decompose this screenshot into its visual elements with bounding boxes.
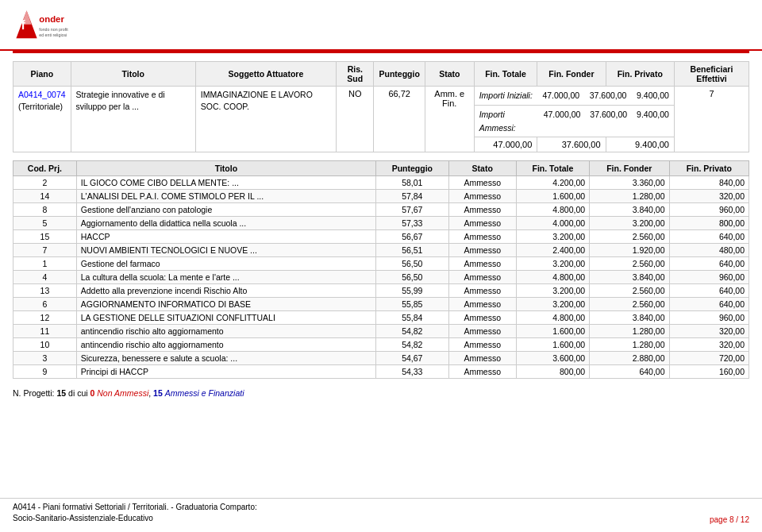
fonder-logo: onder fondo non profit ed enti religiosi… xyxy=(13,6,68,46)
footer-left: A0414 - Piani formativi Settoriali / Ter… xyxy=(13,502,257,524)
col-stato: Stato xyxy=(425,62,474,87)
row-punteggio: 57,33 xyxy=(375,217,448,230)
cod-prj: 3 xyxy=(13,352,77,365)
row-fin-privato: 840,00 xyxy=(669,176,749,190)
row-fin-totale: 4.800,00 xyxy=(516,203,589,217)
svg-text:ed enti religiosi: ed enti religiosi xyxy=(39,33,67,37)
ranking-table: Cod. Prj. Titolo Punteggio Stato Fin. To… xyxy=(13,160,749,379)
project-id: A0414_0074 xyxy=(18,90,66,99)
fin-privato-val: 9.400,00 xyxy=(606,137,674,152)
cod-prj: 8 xyxy=(13,203,77,217)
row-punteggio: 57,84 xyxy=(375,190,448,203)
row-fin-totale: 3.200,00 xyxy=(516,257,589,271)
table-row: 10antincendio rischio alto aggiornamento… xyxy=(13,338,749,352)
cod-prj: 4 xyxy=(13,271,77,284)
project-title-cell: Strategie innovative e di sviluppo per l… xyxy=(71,87,195,152)
row-titolo: antincendio rischio alto aggiornamento xyxy=(76,325,375,338)
row-titolo: Gestione dell'anziano con patologie xyxy=(76,203,375,217)
fin-totale-val: 47.000,00 xyxy=(474,137,537,152)
logo-area: onder fondo non profit ed enti religiosi… xyxy=(13,6,68,46)
row-titolo: AGGIORNAMENTO INFORMATICO DI BASE xyxy=(76,298,375,311)
row-titolo: Aggiornamento della didattica nella scuo… xyxy=(76,217,375,230)
importi-ammessi-privato: 9.400,00 xyxy=(637,108,669,135)
row-fin-fonder: 2.560,00 xyxy=(590,298,669,311)
row-fin-fonder: 3.200,00 xyxy=(590,217,669,230)
footer-page-num: page 8 / 12 xyxy=(710,515,749,524)
row-fin-fonder: 1.280,00 xyxy=(590,325,669,338)
footer-line2: Socio-Sanitario-Assistenziale-Educativo xyxy=(13,513,257,524)
svg-text:f: f xyxy=(21,18,26,32)
importi-iniziali-fonder: 37.600,00 xyxy=(590,89,627,102)
col-beneficiari: Beneficiari Effettivi xyxy=(674,62,749,87)
row-fin-totale: 3.200,00 xyxy=(516,230,589,244)
row-fin-totale: 3.600,00 xyxy=(516,352,589,365)
ammessi-count: 15 xyxy=(153,388,163,398)
row-titolo: Gestione del farmaco xyxy=(76,257,375,271)
row-fin-privato: 160,00 xyxy=(669,365,749,379)
row-punteggio: 54,33 xyxy=(375,365,448,379)
row-fin-totale: 4.200,00 xyxy=(516,176,589,190)
row-fin-fonder: 640,00 xyxy=(590,365,669,379)
row-titolo: Sicurezza, benessere e salute a scuola: … xyxy=(76,352,375,365)
row-fin-privato: 640,00 xyxy=(669,284,749,298)
row-fin-privato: 960,00 xyxy=(669,311,749,325)
ammessi-text: Ammessi e Finanziati xyxy=(165,388,244,398)
summary-section: Piano Titolo Soggetto Attuatore Ris. Sud… xyxy=(0,56,762,152)
row-titolo: La cultura della scuola: La mente e l'ar… xyxy=(76,271,375,284)
cod-prj: 15 xyxy=(13,230,77,244)
row-titolo: HACCP xyxy=(76,230,375,244)
summary-table: Piano Titolo Soggetto Attuatore Ris. Sud… xyxy=(13,61,749,152)
beneficiari-value: 7 xyxy=(709,89,714,98)
col-rissud: Ris. Sud xyxy=(337,62,374,87)
row-stato: Ammesso xyxy=(448,271,516,284)
cod-prj: 5 xyxy=(13,217,77,230)
col-piano: Piano xyxy=(13,62,71,87)
importi-ammessi-fonder: 37.600,00 xyxy=(590,108,627,135)
row-fin-fonder: 3.360,00 xyxy=(590,176,669,190)
rank-col-cod: Cod. Prj. xyxy=(13,161,77,176)
non-ammessi-count: 0 xyxy=(90,388,95,398)
table-row: 13Addetto alla prevenzione incendi Risch… xyxy=(13,284,749,298)
row-fin-privato: 320,00 xyxy=(669,338,749,352)
table-row: 14L'ANALISI DEL P.A.I. COME STIMOLO PER … xyxy=(13,190,749,203)
row-fin-privato: 720,00 xyxy=(669,352,749,365)
row-fin-totale: 3.200,00 xyxy=(516,298,589,311)
row-stato: Ammesso xyxy=(448,284,516,298)
row-fin-privato: 480,00 xyxy=(669,244,749,257)
svg-text:fondo non profit: fondo non profit xyxy=(39,27,68,32)
project-punteggio-cell: 66,72 xyxy=(374,87,425,152)
row-stato: Ammesso xyxy=(448,217,516,230)
project-stato: Amm. e Fin. xyxy=(434,89,464,108)
row-stato: Ammesso xyxy=(448,298,516,311)
table-row: 4La cultura della scuola: La mente e l'a… xyxy=(13,271,749,284)
row-punteggio: 56,50 xyxy=(375,257,448,271)
rank-col-finfonder: Fin. Fonder xyxy=(590,161,669,176)
row-fin-totale: 1.600,00 xyxy=(516,325,589,338)
red-divider xyxy=(13,51,749,53)
row-fin-fonder: 3.840,00 xyxy=(590,203,669,217)
row-titolo: NUOVI AMBIENTI TECNOLOGICI E NUOVE ... xyxy=(76,244,375,257)
importi-iniziali-row: Importi Iniziali: 47.000,00 37.600,00 9.… xyxy=(474,87,674,106)
row-punteggio: 55,99 xyxy=(375,284,448,298)
row-punteggio: 54,67 xyxy=(375,352,448,365)
table-row: 5Aggiornamento della didattica nella scu… xyxy=(13,217,749,230)
table-row: 15HACCP56,67Ammesso3.200,002.560,00640,0… xyxy=(13,230,749,244)
row-stato: Ammesso xyxy=(448,190,516,203)
row-fin-privato: 320,00 xyxy=(669,190,749,203)
cod-prj: 10 xyxy=(13,338,77,352)
importi-ammessi-totale: 47.000,00 xyxy=(544,108,581,135)
cod-prj: 2 xyxy=(13,176,77,190)
col-finfonder: Fin. Fonder xyxy=(537,62,606,87)
row-fin-fonder: 1.280,00 xyxy=(590,190,669,203)
row-fin-fonder: 2.880,00 xyxy=(590,352,669,365)
col-finprivato: Fin. Privato xyxy=(606,62,674,87)
col-titolo: Titolo xyxy=(71,62,195,87)
table-row: 7NUOVI AMBIENTI TECNOLOGICI E NUOVE ...5… xyxy=(13,244,749,257)
row-fin-fonder: 2.560,00 xyxy=(590,284,669,298)
row-punteggio: 55,85 xyxy=(375,298,448,311)
project-punteggio: 66,72 xyxy=(388,89,410,98)
row-fin-privato: 320,00 xyxy=(669,325,749,338)
project-stato-cell: Amm. e Fin. xyxy=(425,87,474,152)
n-progetti-total: 15 xyxy=(56,388,66,398)
cod-prj: 1 xyxy=(13,257,77,271)
